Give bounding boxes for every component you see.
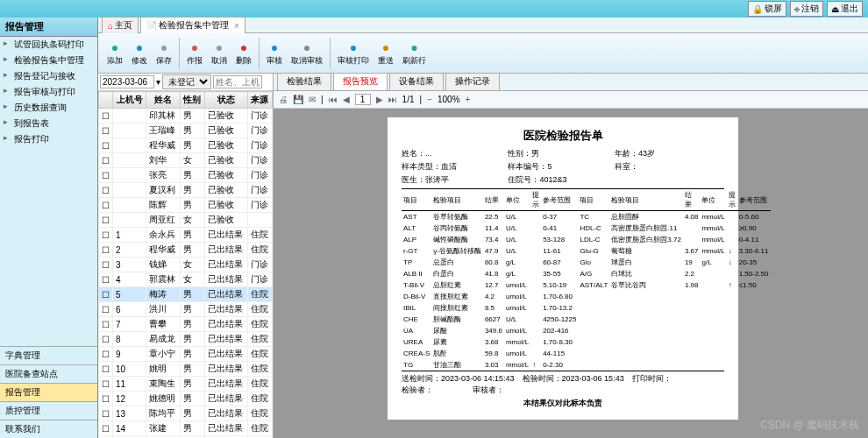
table-row[interactable]: ☐王瑞峰男已验收门诊 bbox=[99, 124, 273, 138]
toolbar-取消[interactable]: ●取消 bbox=[208, 38, 231, 68]
report-results: 项目检验项目结果单位提示参考范围AST谷草转氨酶22.5U/L0-37ALT谷丙… bbox=[402, 189, 724, 371]
toolbar-审核打印[interactable]: ●审核打印 bbox=[334, 38, 373, 68]
status-select[interactable]: 未登记 bbox=[162, 74, 211, 89]
report-footer: 送检时间：2023-03-06 14:15:43 检验时间：2023-03-06… bbox=[402, 371, 724, 409]
table-row[interactable]: ☐程华威男已验收门诊 bbox=[99, 138, 273, 153]
doc-icon: 📄 bbox=[146, 21, 157, 31]
title-bar: 🔒锁屏 ⎆注销 ⏏退出 bbox=[0, 0, 868, 18]
nav-item[interactable]: 到报告表 bbox=[0, 116, 97, 131]
toolbar-作报[interactable]: ●作报 bbox=[183, 38, 206, 68]
page-input[interactable] bbox=[355, 94, 371, 105]
exit-icon: ⏏ bbox=[831, 4, 839, 14]
table-row[interactable]: ☐5梅涛男已出结果住院 bbox=[99, 287, 273, 302]
table-row[interactable]: ☐9章小宁男已出结果住院 bbox=[99, 347, 273, 362]
mail-icon[interactable]: ✉ bbox=[309, 95, 316, 104]
logout-icon: ⎆ bbox=[794, 4, 800, 14]
lock-icon: 🔒 bbox=[752, 4, 763, 14]
zoom-out-icon[interactable]: − bbox=[427, 95, 432, 104]
nav-section[interactable]: 联系我们 bbox=[0, 420, 97, 438]
left-nav: 报告管理 试管回执条码打印检验报告集中管理报告登记与接收报告审核与打印历史数据查… bbox=[0, 18, 98, 438]
table-row[interactable]: ☐7曹攀男已出结果住院 bbox=[99, 317, 273, 332]
grid-header[interactable]: 姓名 bbox=[146, 92, 180, 109]
prev-icon[interactable]: ◀ bbox=[343, 95, 350, 104]
exit-button[interactable]: ⏏退出 bbox=[827, 1, 863, 17]
toolbar-删除[interactable]: ●删除 bbox=[232, 38, 255, 68]
table-row[interactable]: ☐4郭震林女已出结果门诊 bbox=[99, 272, 273, 287]
toolbar-重送[interactable]: ●重送 bbox=[374, 38, 397, 68]
page-total: 1/1 bbox=[402, 95, 415, 104]
nav-item[interactable]: 检验报告集中管理 bbox=[0, 53, 97, 68]
nav-section[interactable]: 字典管理 bbox=[0, 346, 97, 364]
report-sheet: 医院检验报告单 姓名：... 性别：男 年龄：43岁 样本类型：血清 样本编号：… bbox=[388, 117, 738, 420]
table-row[interactable]: ☐14张建男已出结果住院 bbox=[99, 421, 273, 436]
watermark: CSDN @ 魔码技术栈 bbox=[760, 418, 859, 433]
filter-bar: ▾ 未登记 bbox=[98, 74, 273, 91]
toolbar-刷新行[interactable]: ●刷新行 bbox=[399, 38, 430, 68]
table-row[interactable]: ☐张亮男已验收门诊 bbox=[99, 168, 273, 183]
table-row[interactable]: ☐6洪川男已出结果住院 bbox=[99, 302, 273, 317]
nav-item[interactable]: 报告登记与接收 bbox=[0, 68, 97, 84]
save-icon[interactable]: 💾 bbox=[293, 95, 303, 104]
subtab[interactable]: 设备结果 bbox=[389, 74, 444, 90]
table-row[interactable]: ☐10姚明男已出结果住院 bbox=[99, 362, 273, 377]
nav-item[interactable]: 报告审核与打印 bbox=[0, 84, 97, 100]
nav-section[interactable]: 质控管理 bbox=[0, 401, 97, 420]
zoom-level: 100% bbox=[438, 95, 460, 104]
table-row[interactable]: ☐夏汉利男已验收门诊 bbox=[99, 183, 273, 198]
toolbar-取消审核[interactable]: ●取消审核 bbox=[288, 38, 326, 68]
grid-panel: ▾ 未登记 上机号姓名性别状态来源☐邱其林男已验收门诊☐王瑞峰男已验收门诊☐程华… bbox=[98, 74, 274, 438]
table-row[interactable]: ☐刘华女已验收门诊 bbox=[99, 153, 273, 168]
left-nav-header: 报告管理 bbox=[0, 18, 97, 37]
grid-header[interactable] bbox=[99, 92, 113, 109]
toolbar: ●添加●修改●保存●作报●取消●删除●审核●取消审核●审核打印●重送●刷新行 bbox=[98, 33, 868, 74]
table-row[interactable]: ☐13陈均平男已出结果住院 bbox=[99, 406, 273, 421]
toolbar-添加[interactable]: ●添加 bbox=[103, 38, 126, 68]
nav-item[interactable]: 报告打印 bbox=[0, 131, 97, 147]
tab-report-manage[interactable]: 📄检验报告集中管理× bbox=[140, 17, 245, 33]
table-row[interactable]: ☐周亚红女已验收 bbox=[99, 213, 273, 228]
toolbar-审核[interactable]: ●审核 bbox=[263, 38, 286, 68]
nav-section[interactable]: 医院备查站点 bbox=[0, 364, 97, 383]
tab-bar: ⌂主页 📄检验报告集中管理× bbox=[98, 18, 868, 33]
zoom-in-icon[interactable]: + bbox=[466, 95, 471, 104]
table-row[interactable]: ☐3钱娣女已出结果门诊 bbox=[99, 258, 273, 272]
table-row[interactable]: ☐2程华威男已出结果住院 bbox=[99, 243, 273, 258]
patient-grid[interactable]: 上机号姓名性别状态来源☐邱其林男已验收门诊☐王瑞峰男已验收门诊☐程华威男已验收门… bbox=[98, 91, 273, 438]
table-row[interactable]: ☐11束陶生男已出结果住院 bbox=[99, 377, 273, 392]
preview-area[interactable]: 医院检验报告单 姓名：... 性别：男 年龄：43岁 样本类型：血清 样本编号：… bbox=[274, 109, 868, 438]
toolbar-修改[interactable]: ●修改 bbox=[128, 38, 151, 68]
last-icon[interactable]: ⏭ bbox=[388, 95, 397, 104]
subtab[interactable]: 检验结果 bbox=[277, 74, 331, 90]
report-meta: 姓名：... 性别：男 年龄：43岁 样本类型：血清 样本编号：5 科室： 医生… bbox=[402, 147, 724, 189]
table-row[interactable]: ☐邱其林男已验收门诊 bbox=[99, 109, 273, 124]
subtab[interactable]: 操作记录 bbox=[445, 74, 500, 90]
date-input[interactable] bbox=[100, 75, 154, 88]
table-row[interactable]: ☐陈辉男已验收门诊 bbox=[99, 198, 273, 213]
grid-header[interactable]: 来源 bbox=[247, 92, 272, 109]
table-row[interactable]: ☐8易成龙男已出结果住院 bbox=[99, 332, 273, 347]
search-input[interactable] bbox=[213, 75, 262, 88]
nav-item[interactable]: 试管回执条码打印 bbox=[0, 37, 97, 53]
report-title: 医院检验报告单 bbox=[402, 128, 724, 144]
nav-section[interactable]: 报告管理 bbox=[0, 383, 97, 401]
grid-header[interactable]: 上机号 bbox=[113, 92, 146, 109]
close-icon[interactable]: × bbox=[234, 21, 239, 31]
lock-button[interactable]: 🔒锁屏 bbox=[748, 1, 786, 17]
table-row[interactable]: ☐1余永兵男已出结果住院 bbox=[99, 228, 273, 243]
home-icon: ⌂ bbox=[108, 21, 113, 31]
dropdown-icon[interactable]: ▾ bbox=[156, 77, 160, 87]
print-icon[interactable]: 🖨 bbox=[279, 95, 288, 104]
tab-home[interactable]: ⌂主页 bbox=[102, 17, 139, 33]
subtab[interactable]: 报告预览 bbox=[333, 74, 388, 90]
nav-item[interactable]: 历史数据查询 bbox=[0, 100, 97, 116]
table-row[interactable]: ☐12姚德明男已出结果住院 bbox=[99, 392, 273, 406]
next-icon[interactable]: ▶ bbox=[376, 95, 383, 104]
grid-header[interactable]: 性别 bbox=[180, 92, 204, 109]
sub-tab-bar: 检验结果报告预览设备结果操作记录 bbox=[274, 74, 868, 91]
logout-button[interactable]: ⎆注销 bbox=[790, 1, 823, 17]
first-icon[interactable]: ⏮ bbox=[329, 95, 338, 104]
grid-header[interactable]: 状态 bbox=[205, 92, 248, 109]
toolbar-保存[interactable]: ●保存 bbox=[153, 38, 175, 68]
preview-toolbar: 🖨 💾 ✉ | ⏮ ◀ ▶ ⏭ 1/1 | − 100% + bbox=[274, 91, 868, 109]
